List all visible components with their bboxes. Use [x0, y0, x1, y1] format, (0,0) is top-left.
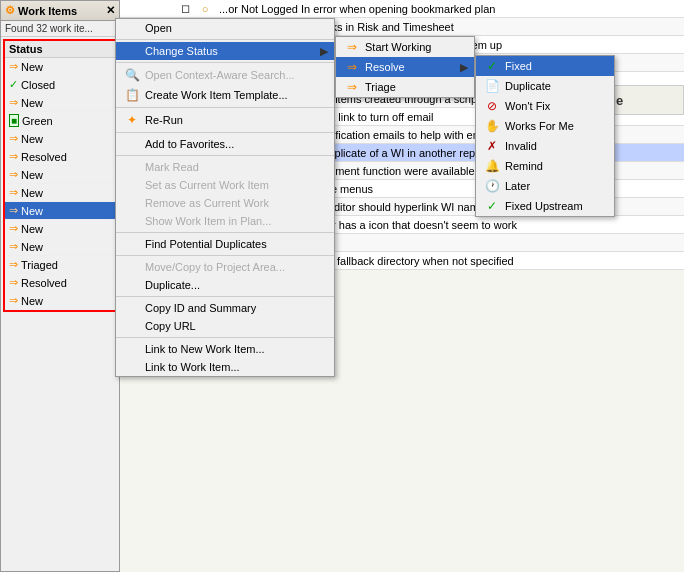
- list-item[interactable]: ⇒ Triaged: [5, 256, 115, 274]
- panel-header: ⚙ Work Items ✕: [1, 1, 119, 21]
- arrow-icon: ⇒: [9, 240, 18, 253]
- later-icon: 🕐: [484, 179, 500, 193]
- menu-item-change-status[interactable]: Change Status ▶: [116, 42, 334, 60]
- arrow-icon: ⇒: [9, 96, 18, 109]
- menu-item-fixed-upstream[interactable]: ✓ Fixed Upstream: [476, 196, 614, 216]
- arrow-icon: ⇒: [9, 60, 18, 73]
- search-icon: 🔍: [124, 68, 140, 82]
- menu-item-start-working[interactable]: ⇒ Start Working: [336, 37, 474, 57]
- list-item[interactable]: ⇒ New: [5, 130, 115, 148]
- list-item[interactable]: ⇒ New: [5, 238, 115, 256]
- menu-item-duplicate[interactable]: Duplicate...: [116, 276, 334, 294]
- menu-item-show-in-plan: Show Work Item in Plan...: [116, 212, 334, 230]
- invalid-icon: ✗: [484, 139, 500, 153]
- menu-separator: [116, 155, 334, 156]
- menu-item-invalid[interactable]: ✗ Invalid: [476, 136, 614, 156]
- context-menu-change-status: ⇒ Start Working ⇒ Resolve ▶ ⇒ Triage: [335, 36, 475, 98]
- status-section: Status ⇒ New ✓ Closed ⇒ New ■ Green: [3, 39, 117, 312]
- found-text: Found 32 work ite...: [1, 21, 119, 37]
- list-item[interactable]: ⇒ New: [5, 292, 115, 310]
- submenu-arrow-icon: ▶: [320, 45, 328, 58]
- menu-separator: [116, 107, 334, 108]
- menu-item-move-copy: Move/Copy to Project Area...: [116, 258, 334, 276]
- template-icon: 📋: [124, 88, 140, 102]
- fixed-icon: ✓: [484, 59, 500, 73]
- menu-item-remind[interactable]: 🔔 Remind: [476, 156, 614, 176]
- menu-separator: [116, 255, 334, 256]
- menu-item-duplicate-resolve[interactable]: 📄 Duplicate: [476, 76, 614, 96]
- arrow-icon: ⇒: [9, 222, 18, 235]
- menu-item-link-new[interactable]: Link to New Work Item...: [116, 340, 334, 358]
- menu-item-add-favorites[interactable]: Add to Favorites...: [116, 135, 334, 153]
- arrow-icon: ⇒: [9, 168, 18, 181]
- panel-title: Work Items: [18, 5, 77, 17]
- arrow-icon: ⇒: [9, 204, 18, 217]
- menu-item-later[interactable]: 🕐 Later: [476, 176, 614, 196]
- menu-separator: [116, 39, 334, 40]
- menu-item-rerun[interactable]: ✦ Re-Run: [116, 110, 334, 130]
- duplicate-resolve-icon: 📄: [484, 79, 500, 93]
- list-item[interactable]: ✓ Closed: [5, 76, 115, 94]
- list-item[interactable]: ⇒ Resolved: [5, 148, 115, 166]
- list-item[interactable]: ⇒ New: [5, 94, 115, 112]
- work-items-list: ⇒ New ✓ Closed ⇒ New ■ Green ⇒ New: [5, 58, 115, 310]
- menu-item-works-for-me[interactable]: ✋ Works For Me: [476, 116, 614, 136]
- menu-separator: [116, 337, 334, 338]
- arrow-icon: ⇒: [9, 276, 18, 289]
- menu-item-resolve[interactable]: ⇒ Resolve ▶: [336, 57, 474, 77]
- wont-fix-icon: ⊘: [484, 99, 500, 113]
- menu-separator: [116, 232, 334, 233]
- menu-item-create-template[interactable]: 📋 Create Work Item Template...: [116, 85, 334, 105]
- menu-item-triage[interactable]: ⇒ Triage: [336, 77, 474, 97]
- menu-item-set-current: Set as Current Work Item: [116, 176, 334, 194]
- menu-separator: [116, 296, 334, 297]
- arrow-icon: ⇒: [9, 258, 18, 271]
- rerun-icon: ✦: [124, 113, 140, 127]
- menu-item-find-duplicates[interactable]: Find Potential Duplicates: [116, 235, 334, 253]
- works-for-me-icon: ✋: [484, 119, 500, 133]
- menu-item-mark-read: Mark Read: [116, 158, 334, 176]
- list-item[interactable]: ⇒ New: [5, 220, 115, 238]
- list-item[interactable]: ■ Green: [5, 112, 115, 130]
- arrow-icon: ⇒: [9, 294, 18, 307]
- menu-item-context-search: 🔍 Open Context-Aware Search...: [116, 65, 334, 85]
- list-item[interactable]: ⇒ Resolved: [5, 274, 115, 292]
- context-menu-resolve: ✓ Fixed 📄 Duplicate ⊘ Won't Fix ✋ Works …: [475, 55, 615, 217]
- list-item[interactable]: ⇒ New: [5, 166, 115, 184]
- menu-item-copy-url[interactable]: Copy URL: [116, 317, 334, 335]
- menu-item-link-existing[interactable]: Link to Work Item...: [116, 358, 334, 376]
- context-menu-1: Open Change Status ▶ 🔍 Open Context-Awar…: [115, 18, 335, 377]
- arrow-icon: ⇒: [9, 186, 18, 199]
- remind-icon: 🔔: [484, 159, 500, 173]
- status-col-header: Status: [5, 41, 115, 58]
- green-icon: ■: [9, 114, 19, 127]
- list-item[interactable]: ⇒ New: [5, 202, 115, 220]
- resolve-icon: ⇒: [344, 60, 360, 74]
- menu-item-wont-fix[interactable]: ⊘ Won't Fix: [476, 96, 614, 116]
- resolve-submenu-arrow-icon: ▶: [460, 61, 468, 74]
- work-items-panel: ⚙ Work Items ✕ Found 32 work ite... Stat…: [0, 0, 120, 572]
- fixed-upstream-icon: ✓: [484, 199, 500, 213]
- menu-item-fixed[interactable]: ✓ Fixed: [476, 56, 614, 76]
- menu-item-remove-current: Remove as Current Work: [116, 194, 334, 212]
- menu-separator: [116, 62, 334, 63]
- list-item[interactable]: ⇒ New: [5, 58, 115, 76]
- panel-close-icon[interactable]: ✕: [106, 4, 115, 17]
- menu-item-open[interactable]: Open: [116, 19, 334, 37]
- panel-header-icon: ⚙: [5, 4, 15, 17]
- check-icon: ✓: [9, 78, 18, 91]
- arrow-icon: ⇒: [9, 150, 18, 163]
- menu-item-copy-id-summary[interactable]: Copy ID and Summary: [116, 299, 334, 317]
- triage-icon: ⇒: [344, 80, 360, 94]
- arrow-icon: ⇒: [9, 132, 18, 145]
- list-row[interactable]: ◻ ○ ...or Not Logged In error when openi…: [120, 0, 684, 18]
- start-working-icon: ⇒: [344, 40, 360, 54]
- menu-separator: [116, 132, 334, 133]
- list-item[interactable]: ⇒ New: [5, 184, 115, 202]
